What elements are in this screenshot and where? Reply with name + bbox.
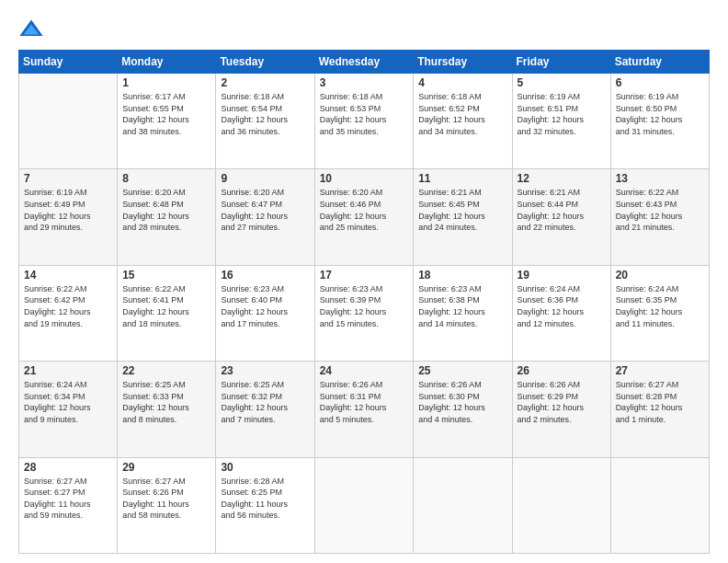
cell-info: Sunrise: 6:27 AM Sunset: 6:26 PM Dayligh… bbox=[122, 476, 210, 522]
day-number: 30 bbox=[221, 461, 309, 474]
weekday-header-thursday: Thursday bbox=[414, 51, 512, 74]
day-number: 11 bbox=[418, 172, 506, 185]
logo-icon bbox=[18, 17, 44, 42]
cell-info: Sunrise: 6:25 AM Sunset: 6:32 PM Dayligh… bbox=[221, 379, 309, 425]
calendar-cell bbox=[414, 457, 512, 553]
day-number: 22 bbox=[122, 364, 210, 377]
calendar-body: 1Sunrise: 6:17 AM Sunset: 6:55 PM Daylig… bbox=[19, 74, 710, 554]
weekday-header-tuesday: Tuesday bbox=[216, 51, 314, 74]
cell-info: Sunrise: 6:19 AM Sunset: 6:51 PM Dayligh… bbox=[518, 91, 606, 137]
calendar-table: SundayMondayTuesdayWednesdayThursdayFrid… bbox=[18, 50, 710, 554]
calendar-cell: 13Sunrise: 6:22 AM Sunset: 6:43 PM Dayli… bbox=[610, 169, 709, 265]
cell-info: Sunrise: 6:22 AM Sunset: 6:41 PM Dayligh… bbox=[122, 283, 210, 329]
calendar-header: SundayMondayTuesdayWednesdayThursdayFrid… bbox=[19, 51, 710, 74]
calendar-cell: 18Sunrise: 6:23 AM Sunset: 6:38 PM Dayli… bbox=[414, 265, 512, 361]
cell-info: Sunrise: 6:27 AM Sunset: 6:27 PM Dayligh… bbox=[24, 476, 112, 522]
calendar-cell: 15Sunrise: 6:22 AM Sunset: 6:41 PM Dayli… bbox=[118, 265, 216, 361]
cell-info: Sunrise: 6:23 AM Sunset: 6:38 PM Dayligh… bbox=[418, 283, 506, 329]
calendar-cell: 9Sunrise: 6:20 AM Sunset: 6:47 PM Daylig… bbox=[216, 169, 314, 265]
cell-info: Sunrise: 6:20 AM Sunset: 6:48 PM Dayligh… bbox=[122, 187, 210, 233]
header bbox=[18, 17, 710, 42]
day-number: 1 bbox=[122, 76, 210, 89]
day-number: 6 bbox=[616, 76, 704, 89]
calendar-cell: 16Sunrise: 6:23 AM Sunset: 6:40 PM Dayli… bbox=[216, 265, 314, 361]
calendar-cell bbox=[610, 457, 709, 553]
day-number: 28 bbox=[24, 461, 112, 474]
cell-info: Sunrise: 6:21 AM Sunset: 6:45 PM Dayligh… bbox=[418, 187, 506, 233]
cell-info: Sunrise: 6:27 AM Sunset: 6:28 PM Dayligh… bbox=[616, 379, 704, 425]
cell-info: Sunrise: 6:20 AM Sunset: 6:46 PM Dayligh… bbox=[320, 187, 409, 233]
calendar-cell: 25Sunrise: 6:26 AM Sunset: 6:30 PM Dayli… bbox=[414, 362, 512, 457]
calendar-cell: 6Sunrise: 6:19 AM Sunset: 6:50 PM Daylig… bbox=[610, 74, 709, 169]
calendar-cell: 29Sunrise: 6:27 AM Sunset: 6:26 PM Dayli… bbox=[118, 457, 216, 553]
day-number: 23 bbox=[221, 364, 309, 377]
day-number: 4 bbox=[418, 76, 506, 89]
day-number: 13 bbox=[616, 172, 704, 185]
calendar-cell: 30Sunrise: 6:28 AM Sunset: 6:25 PM Dayli… bbox=[216, 457, 314, 553]
calendar-cell: 28Sunrise: 6:27 AM Sunset: 6:27 PM Dayli… bbox=[19, 457, 118, 553]
cell-info: Sunrise: 6:19 AM Sunset: 6:49 PM Dayligh… bbox=[24, 187, 112, 233]
day-number: 2 bbox=[221, 76, 309, 89]
calendar-cell: 22Sunrise: 6:25 AM Sunset: 6:33 PM Dayli… bbox=[118, 362, 216, 457]
day-number: 24 bbox=[320, 364, 409, 377]
calendar-cell: 17Sunrise: 6:23 AM Sunset: 6:39 PM Dayli… bbox=[314, 265, 414, 361]
cell-info: Sunrise: 6:28 AM Sunset: 6:25 PM Dayligh… bbox=[221, 476, 309, 522]
calendar-cell bbox=[512, 457, 610, 553]
day-number: 20 bbox=[616, 269, 704, 282]
calendar-cell: 8Sunrise: 6:20 AM Sunset: 6:48 PM Daylig… bbox=[118, 169, 216, 265]
calendar-cell bbox=[314, 457, 414, 553]
calendar-cell: 4Sunrise: 6:18 AM Sunset: 6:52 PM Daylig… bbox=[414, 74, 512, 169]
calendar-cell: 23Sunrise: 6:25 AM Sunset: 6:32 PM Dayli… bbox=[216, 362, 314, 457]
day-number: 17 bbox=[320, 269, 409, 282]
cell-info: Sunrise: 6:23 AM Sunset: 6:40 PM Dayligh… bbox=[221, 283, 309, 329]
calendar-cell: 26Sunrise: 6:26 AM Sunset: 6:29 PM Dayli… bbox=[512, 362, 610, 457]
calendar-cell: 21Sunrise: 6:24 AM Sunset: 6:34 PM Dayli… bbox=[19, 362, 118, 457]
cell-info: Sunrise: 6:26 AM Sunset: 6:31 PM Dayligh… bbox=[320, 379, 409, 425]
cell-info: Sunrise: 6:26 AM Sunset: 6:30 PM Dayligh… bbox=[418, 379, 506, 425]
cell-info: Sunrise: 6:18 AM Sunset: 6:53 PM Dayligh… bbox=[320, 91, 409, 137]
day-number: 27 bbox=[616, 364, 704, 377]
cell-info: Sunrise: 6:18 AM Sunset: 6:54 PM Dayligh… bbox=[221, 91, 309, 137]
calendar-cell: 7Sunrise: 6:19 AM Sunset: 6:49 PM Daylig… bbox=[19, 169, 118, 265]
calendar-cell: 12Sunrise: 6:21 AM Sunset: 6:44 PM Dayli… bbox=[512, 169, 610, 265]
cell-info: Sunrise: 6:21 AM Sunset: 6:44 PM Dayligh… bbox=[518, 187, 606, 233]
calendar-week-3: 14Sunrise: 6:22 AM Sunset: 6:42 PM Dayli… bbox=[19, 265, 710, 361]
day-number: 21 bbox=[24, 364, 112, 377]
weekday-header-monday: Monday bbox=[118, 51, 216, 74]
weekday-header-sunday: Sunday bbox=[19, 51, 118, 74]
logo bbox=[18, 17, 48, 42]
cell-info: Sunrise: 6:20 AM Sunset: 6:47 PM Dayligh… bbox=[221, 187, 309, 233]
calendar-cell bbox=[19, 74, 118, 169]
day-number: 15 bbox=[122, 269, 210, 282]
day-number: 3 bbox=[320, 76, 409, 89]
day-number: 14 bbox=[24, 269, 112, 282]
weekday-header-saturday: Saturday bbox=[610, 51, 709, 74]
cell-info: Sunrise: 6:24 AM Sunset: 6:35 PM Dayligh… bbox=[616, 283, 704, 329]
calendar-cell: 24Sunrise: 6:26 AM Sunset: 6:31 PM Dayli… bbox=[314, 362, 414, 457]
cell-info: Sunrise: 6:26 AM Sunset: 6:29 PM Dayligh… bbox=[518, 379, 606, 425]
cell-info: Sunrise: 6:22 AM Sunset: 6:42 PM Dayligh… bbox=[24, 283, 112, 329]
cell-info: Sunrise: 6:22 AM Sunset: 6:43 PM Dayligh… bbox=[616, 187, 704, 233]
weekday-header-friday: Friday bbox=[512, 51, 610, 74]
calendar-week-2: 7Sunrise: 6:19 AM Sunset: 6:49 PM Daylig… bbox=[19, 169, 710, 265]
cell-info: Sunrise: 6:18 AM Sunset: 6:52 PM Dayligh… bbox=[418, 91, 506, 137]
day-number: 8 bbox=[122, 172, 210, 185]
calendar-week-4: 21Sunrise: 6:24 AM Sunset: 6:34 PM Dayli… bbox=[19, 362, 710, 457]
calendar-week-5: 28Sunrise: 6:27 AM Sunset: 6:27 PM Dayli… bbox=[19, 457, 710, 553]
day-number: 19 bbox=[518, 269, 606, 282]
day-number: 25 bbox=[418, 364, 506, 377]
cell-info: Sunrise: 6:17 AM Sunset: 6:55 PM Dayligh… bbox=[122, 91, 210, 137]
cell-info: Sunrise: 6:24 AM Sunset: 6:34 PM Dayligh… bbox=[24, 379, 112, 425]
day-number: 29 bbox=[122, 461, 210, 474]
weekday-header-wednesday: Wednesday bbox=[314, 51, 414, 74]
day-number: 10 bbox=[320, 172, 409, 185]
day-number: 9 bbox=[221, 172, 309, 185]
day-number: 18 bbox=[418, 269, 506, 282]
cell-info: Sunrise: 6:19 AM Sunset: 6:50 PM Dayligh… bbox=[616, 91, 704, 137]
weekday-row: SundayMondayTuesdayWednesdayThursdayFrid… bbox=[19, 51, 710, 74]
calendar-cell: 3Sunrise: 6:18 AM Sunset: 6:53 PM Daylig… bbox=[314, 74, 414, 169]
cell-info: Sunrise: 6:23 AM Sunset: 6:39 PM Dayligh… bbox=[320, 283, 409, 329]
calendar-cell: 1Sunrise: 6:17 AM Sunset: 6:55 PM Daylig… bbox=[118, 74, 216, 169]
day-number: 12 bbox=[518, 172, 606, 185]
calendar-cell: 20Sunrise: 6:24 AM Sunset: 6:35 PM Dayli… bbox=[610, 265, 709, 361]
